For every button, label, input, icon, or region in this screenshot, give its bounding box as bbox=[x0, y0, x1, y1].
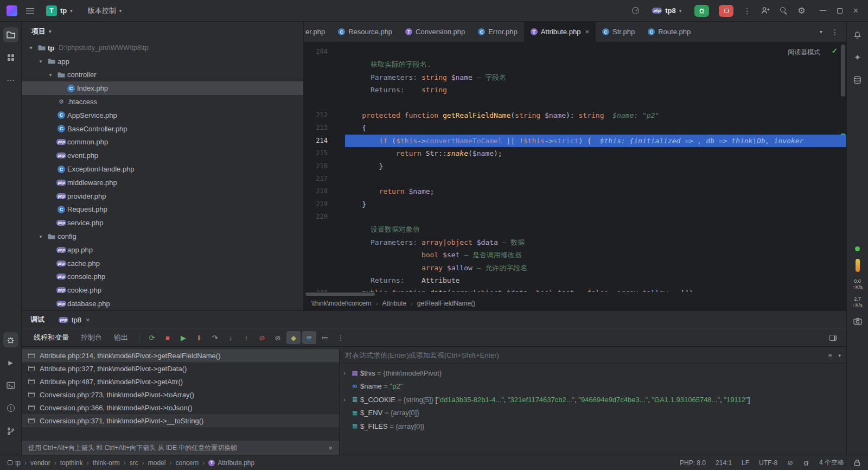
tree-item[interactable]: ▾controller bbox=[22, 68, 303, 82]
evaluate-expression-icon[interactable]: ◆ bbox=[286, 331, 301, 344]
status-breadcrumb[interactable]: topthink bbox=[60, 459, 83, 467]
tree-item[interactable]: phpcookie.php bbox=[22, 283, 303, 297]
terminal-tool-icon[interactable] bbox=[3, 378, 18, 393]
code-line[interactable]: bool $set – 是否调用修改器 bbox=[304, 249, 846, 261]
rerun-debug-icon[interactable]: ⟳ bbox=[145, 331, 159, 344]
debug-view-tab[interactable]: 线程和变量 bbox=[28, 333, 74, 342]
pause-icon[interactable]: ‖ bbox=[192, 331, 206, 344]
project-tool-icon[interactable] bbox=[3, 27, 18, 42]
gear-icon[interactable]: ⚙ bbox=[797, 7, 805, 15]
annotations-icon[interactable]: ⊘ bbox=[787, 459, 793, 467]
php-version[interactable]: PHP: 8.0 bbox=[680, 459, 706, 467]
editor-tab[interactable]: CError.php bbox=[471, 22, 524, 42]
tree-item[interactable]: ▾config bbox=[22, 230, 303, 243]
tree-item[interactable]: phpmiddleware.php bbox=[22, 176, 303, 189]
step-out-icon[interactable]: ↑ bbox=[239, 331, 253, 344]
evaluate-expression-bar[interactable]: 对表达式求值(Enter)或添加监视(Ctrl+Shift+Enter) ≡ ▾ bbox=[340, 347, 846, 364]
main-menu-icon[interactable] bbox=[26, 8, 34, 14]
frame-row[interactable]: Conversion.php:273, think\model\Pivot->t… bbox=[22, 388, 339, 401]
frame-row[interactable]: Conversion.php:371, think\model\Pivot->_… bbox=[22, 414, 339, 427]
lock-icon[interactable] bbox=[854, 459, 860, 466]
editor-tab[interactable]: er.php bbox=[304, 22, 331, 42]
chevron-down-icon[interactable]: ▾ bbox=[838, 353, 841, 358]
minimize-icon[interactable] bbox=[820, 10, 826, 11]
stop-button[interactable] bbox=[719, 5, 733, 17]
profiler-icon[interactable] bbox=[632, 7, 639, 14]
tree-item[interactable]: phpevent.php bbox=[22, 149, 303, 162]
inspections-icon[interactable] bbox=[803, 460, 809, 466]
tab-options-icon[interactable]: ⋮ bbox=[831, 28, 839, 36]
tree-item[interactable]: CIndex.php bbox=[22, 81, 303, 95]
step-into-icon[interactable]: ↓ bbox=[224, 331, 238, 344]
inspections-ok-icon[interactable]: ✓ bbox=[832, 47, 838, 55]
status-breadcrumb[interactable]: model bbox=[148, 459, 166, 467]
editor-tab[interactable]: TAttribute.php× bbox=[524, 22, 596, 42]
code-line[interactable]: 219 } bbox=[304, 198, 846, 211]
variable-row[interactable]: ›≣$_COOKIE = {string[5]} ["dd1a3b35-82b1… bbox=[340, 393, 846, 407]
tree-item[interactable]: ▾tpD:\phpstudy_pro\WWW\tp8\tp bbox=[22, 41, 303, 55]
add-watch-icon[interactable]: ≡ bbox=[828, 352, 832, 359]
stop-icon[interactable]: ■ bbox=[161, 331, 175, 344]
structure-tool-icon[interactable] bbox=[3, 50, 18, 65]
status-breadcrumb[interactable]: src bbox=[130, 459, 138, 467]
code-line[interactable]: 213 { bbox=[304, 122, 846, 134]
run-config-widget[interactable]: php tp8 ▾ bbox=[649, 3, 685, 18]
tree-item[interactable]: phpprovider.php bbox=[22, 189, 303, 203]
code-line[interactable] bbox=[304, 97, 846, 109]
code-line[interactable]: Parameters: string $name – 字段名 bbox=[304, 71, 846, 84]
scrollbar-thumb[interactable] bbox=[305, 293, 375, 296]
debug-view-tab[interactable]: 控制台 bbox=[75, 333, 107, 342]
more-actions-icon[interactable]: ⋮ bbox=[743, 7, 751, 15]
resume-icon[interactable]: ▶ bbox=[176, 331, 190, 344]
variable-row[interactable]: ≣$_FILES = {array[0]} bbox=[340, 420, 846, 433]
line-separator[interactable]: LF bbox=[742, 459, 749, 467]
code-line[interactable]: 215 return Str::snake($name); bbox=[304, 147, 846, 160]
breadcrumb-item[interactable]: getRealFieldName() bbox=[417, 300, 475, 307]
status-breadcrumb[interactable]: TAttribute.php bbox=[208, 459, 254, 467]
code-line[interactable]: 设置数据对象值 bbox=[304, 223, 846, 236]
status-breadcrumb[interactable]: concern bbox=[175, 459, 199, 467]
close-icon[interactable]: × bbox=[328, 444, 333, 452]
tree-item[interactable]: ⚙.htaccess bbox=[22, 95, 303, 109]
caret-position[interactable]: 214:1 bbox=[716, 459, 732, 467]
frame-row[interactable]: Attribute.php:214, think\model\Pivot->ge… bbox=[22, 349, 339, 362]
tree-item[interactable]: phpservice.php bbox=[22, 216, 303, 230]
code-line[interactable]: Returns: Attribute bbox=[304, 274, 846, 287]
code-line[interactable]: 220 bbox=[304, 211, 846, 223]
breadcrumb-item[interactable]: \think\model\concern bbox=[311, 300, 372, 307]
code-line[interactable]: 获取实际的字段名. bbox=[304, 58, 846, 71]
scrollbar-thumb[interactable] bbox=[841, 45, 845, 97]
status-breadcrumb[interactable]: think-orm bbox=[93, 459, 120, 467]
run-tool-icon[interactable]: ▶ bbox=[3, 355, 18, 370]
database-icon[interactable] bbox=[850, 73, 865, 88]
problems-tool-icon[interactable]: ! bbox=[3, 401, 18, 416]
editor-tab[interactable]: CStr.php bbox=[596, 22, 641, 42]
tree-item[interactable]: phpapp.php bbox=[22, 243, 303, 257]
code-line[interactable]: 230 public function data(array|object $d… bbox=[304, 287, 846, 292]
code-line[interactable]: 214 if ($this->convertNameToCamel || !$t… bbox=[304, 135, 846, 147]
close-icon[interactable]: × bbox=[86, 316, 90, 324]
status-breadcrumb[interactable]: tp bbox=[8, 459, 21, 467]
tree-item[interactable]: phpcache.php bbox=[22, 257, 303, 270]
code-line[interactable]: Returns: string bbox=[304, 84, 846, 96]
chevron-down-icon[interactable]: ▾ bbox=[36, 234, 46, 239]
tree-item[interactable]: phpconsole.php bbox=[22, 270, 303, 284]
editor-tab[interactable]: TConversion.php bbox=[399, 22, 471, 42]
layout-icon[interactable] bbox=[829, 335, 837, 341]
debug-tool-icon[interactable] bbox=[3, 332, 18, 347]
expand-chevron-icon[interactable]: › bbox=[340, 397, 349, 403]
maximize-icon[interactable] bbox=[837, 8, 843, 14]
reader-mode-toggle[interactable]: 阅读器模式 bbox=[788, 48, 820, 57]
editor-tab[interactable]: CResource.php bbox=[331, 22, 399, 42]
more-tools-icon[interactable]: ⋯ bbox=[3, 73, 18, 88]
vcs-widget[interactable]: 版本控制 ▾ bbox=[85, 3, 125, 18]
indent-setting[interactable]: 4 个空格 bbox=[819, 458, 844, 467]
notifications-icon[interactable] bbox=[850, 27, 865, 42]
editor-hscrollbar[interactable] bbox=[304, 292, 846, 296]
git-tool-icon[interactable] bbox=[3, 423, 18, 439]
status-breadcrumb[interactable]: vendor bbox=[30, 459, 50, 467]
mute-breakpoints-icon[interactable]: ⊘ bbox=[271, 331, 285, 344]
code-line[interactable]: Parameters: array|object $data – 数据 bbox=[304, 236, 846, 249]
view-breakpoints-icon[interactable]: ⊘ bbox=[255, 331, 269, 344]
close-window-icon[interactable]: × bbox=[853, 7, 858, 15]
